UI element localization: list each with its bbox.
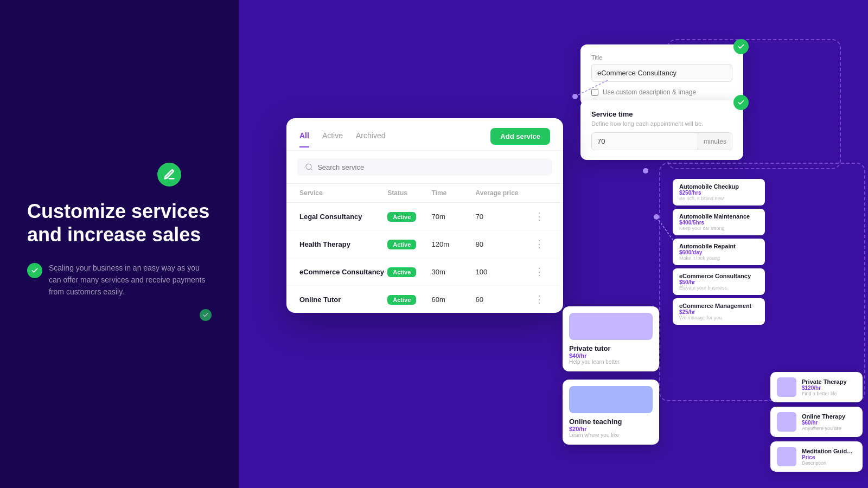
col-time: Time <box>431 189 475 197</box>
tab-archived[interactable]: Archived <box>356 131 385 147</box>
bottom-right-service-card: Meditation Guidance Price Description <box>770 441 863 472</box>
time-value: 70m <box>431 213 475 221</box>
tab-all[interactable]: All <box>299 131 309 147</box>
service-card-price: $120/hr <box>802 385 856 391</box>
bottom-right-service-card: Private Therapy $120/hr Find a better li… <box>770 372 863 402</box>
custom-desc-label: Use custom description & image <box>603 88 696 96</box>
check-icon-left <box>27 263 42 278</box>
right-list-item: Automobile Maintenance $400/5hrs Keep yo… <box>673 209 765 235</box>
tab-active[interactable]: Active <box>322 131 343 147</box>
rli-name: eCommerce Consultancy <box>679 273 758 279</box>
time-value: 30m <box>431 268 475 276</box>
service-name: Health Therapy <box>299 240 387 248</box>
svg-point-0 <box>572 94 578 99</box>
right-auto-list: Automobile Checkup $250/hrs Be rich, it … <box>673 179 765 328</box>
price-value: 60 <box>476 296 528 304</box>
table-row: Online Tutor Active 60m 60 ⋮ <box>286 286 563 313</box>
service-time-desc: Define how long each appointment will be… <box>591 120 732 127</box>
rli-desc: Make it look young <box>679 255 758 261</box>
service-card-desc: Find a better life <box>802 391 856 396</box>
service-card-name: Private Therapy <box>802 378 856 385</box>
title-check-badge <box>733 39 749 54</box>
left-panel: Customize services and increase sales Sc… <box>0 0 239 488</box>
service-card-thumb <box>777 447 796 466</box>
rli-price: $25/hr <box>679 309 758 315</box>
private-tutor-price: $40/hr <box>569 352 653 359</box>
service-card-desc: Description <box>802 460 856 466</box>
tiny-check-icon <box>200 309 212 321</box>
price-value: 70 <box>476 213 528 221</box>
service-card-info: Online Therapy $60/hr Anywhere you are <box>802 413 856 431</box>
rli-price: $600/day <box>679 249 758 255</box>
right-list-items: Automobile Checkup $250/hrs Be rich, it … <box>673 179 765 325</box>
service-card-info: Meditation Guidance Price Description <box>802 448 856 466</box>
private-tutor-name: Private tutor <box>569 344 653 352</box>
time-value: 60m <box>431 296 475 304</box>
rli-name: Automobile Maintenance <box>679 213 758 220</box>
service-name: eCommerce Consultancy <box>299 268 387 276</box>
add-service-button[interactable]: Add service <box>490 128 550 145</box>
search-input[interactable] <box>317 163 545 171</box>
right-panel: Title Use custom description & image Ser… <box>239 0 868 488</box>
service-table-card: All Active Archived Add service Service … <box>286 118 563 313</box>
private-tutor-thumb <box>569 313 653 340</box>
col-service: Service <box>299 189 387 197</box>
svg-point-1 <box>643 168 648 174</box>
right-list-item: Automobile Checkup $250/hrs Be rich, it … <box>673 179 765 206</box>
service-card-thumb <box>777 377 796 397</box>
table-body: Legal Consultancy Active 70m 70 ⋮ Health… <box>286 203 563 313</box>
form-card-title: Title Use custom description & image <box>580 44 743 106</box>
green-circle-icon <box>157 163 181 187</box>
table-row: eCommerce Consultancy Active 30m 100 ⋮ <box>286 258 563 286</box>
tabs-left: All Active Archived <box>299 131 385 147</box>
rli-desc: Keep your car strong <box>679 226 758 231</box>
online-teaching-name: Online teaching <box>569 418 653 426</box>
service-card-info: Private Therapy $120/hr Find a better li… <box>802 378 856 396</box>
row-more-button[interactable]: ⋮ <box>528 238 550 250</box>
right-list-item: eCommerce Management $25/hr We manage fo… <box>673 298 765 325</box>
online-teaching-desc: Learn where you like <box>569 432 653 438</box>
time-unit: minutes <box>698 133 732 150</box>
rli-price: $250/hrs <box>679 190 758 196</box>
left-description: Scaling your business in an easy way as … <box>49 262 212 298</box>
table-row: Legal Consultancy Active 70m 70 ⋮ <box>286 203 563 230</box>
status-badge: Active <box>387 240 416 249</box>
service-name: Legal Consultancy <box>299 213 387 221</box>
bottom-right-cards: Private Therapy $120/hr Find a better li… <box>770 372 863 472</box>
status-badge: Active <box>387 295 416 305</box>
time-value: 120m <box>431 240 475 248</box>
online-teaching-thumb <box>569 386 653 413</box>
time-check-badge <box>733 95 749 110</box>
search-row <box>286 151 563 184</box>
rli-name: Automobile Repaint <box>679 243 758 249</box>
row-more-button[interactable]: ⋮ <box>528 266 550 278</box>
private-tutor-desc: Help you learn better <box>569 359 653 365</box>
right-list-item: eCommerce Consultancy $50/hr Elevate you… <box>673 268 765 295</box>
service-time-label: Service time <box>591 110 732 118</box>
service-card-price: $60/hr <box>802 420 856 426</box>
table-header: Service Status Time Average price <box>286 184 563 203</box>
online-teaching-card: Online teaching $20/hr Learn where you l… <box>563 380 659 445</box>
online-teaching-price: $20/hr <box>569 426 653 432</box>
rli-name: Automobile Checkup <box>679 183 758 190</box>
service-card-name: Online Therapy <box>802 413 856 420</box>
search-input-wrap <box>297 158 552 176</box>
service-name: Online Tutor <box>299 296 387 304</box>
rli-name: eCommerce Management <box>679 303 758 309</box>
col-actions <box>528 189 550 197</box>
custom-desc-checkbox[interactable] <box>591 89 598 96</box>
title-field-label: Title <box>591 54 732 61</box>
rli-price: $400/5hrs <box>679 220 758 226</box>
price-value: 80 <box>476 240 528 248</box>
table-row: Health Therapy Active 120m 80 ⋮ <box>286 230 563 258</box>
rli-desc: Elevate your business. <box>679 285 758 291</box>
right-list-item: Automobile Repaint $600/day Make it look… <box>673 239 765 265</box>
status-badge: Active <box>387 267 416 277</box>
form-card-service-time: Service time Define how long each appoin… <box>580 100 743 160</box>
row-more-button[interactable]: ⋮ <box>528 210 550 222</box>
time-input[interactable] <box>592 133 698 150</box>
title-field-input[interactable] <box>591 64 732 82</box>
row-more-button[interactable]: ⋮ <box>528 293 550 305</box>
left-title: Customize services and increase sales <box>27 200 212 246</box>
svg-line-6 <box>311 169 312 170</box>
